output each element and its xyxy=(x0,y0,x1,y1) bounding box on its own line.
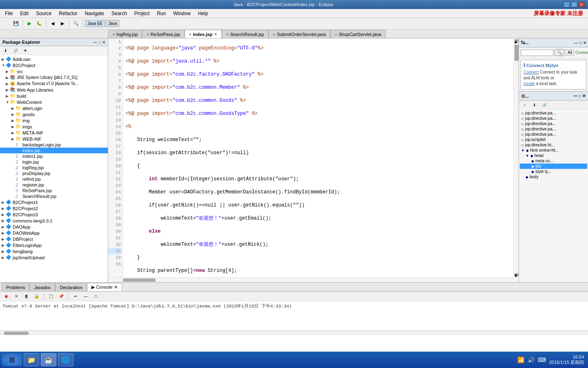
menu-edit[interactable]: Edit xyxy=(17,10,32,17)
tab-shopcart[interactable]: ● ShopCartServlet.java xyxy=(330,30,385,38)
debug-button[interactable]: 🐛 xyxy=(35,19,44,28)
outline-directive-3[interactable]: ◇ jsp:directive.pa... xyxy=(520,121,587,126)
tree-webcontent[interactable]: ▼ 📁 WebContent xyxy=(0,99,108,105)
rp-tab-tasks[interactable]: Ta... xyxy=(521,40,528,45)
tab-index-jsp[interactable]: ● index.jsp ✕ xyxy=(185,30,222,38)
pe-maximize[interactable]: □ xyxy=(98,40,101,45)
rp-minimize[interactable]: — xyxy=(574,40,578,45)
outline-link[interactable]: 🔗 xyxy=(540,101,549,110)
tree-webapplib[interactable]: ▶ 📚 Web App Libraries xyxy=(0,87,108,93)
tree-hengbang[interactable]: ▶ 🔷 hengbang xyxy=(0,248,108,254)
rp-find-input[interactable] xyxy=(521,49,553,56)
console-scroll-lock[interactable]: 🔒 xyxy=(32,292,41,301)
outline-meta[interactable]: ◆ meta co... xyxy=(520,158,587,164)
run-button[interactable]: ▶ xyxy=(25,19,34,28)
tree-prodisplay-jsp[interactable]: ▶ J proDisplay.jsp xyxy=(0,171,108,176)
editor-h-scrollbar[interactable] xyxy=(108,277,519,282)
menu-search[interactable]: Search xyxy=(108,10,130,17)
tree-b2cproject2[interactable]: ▶ 🔷 B2CProject2 xyxy=(0,205,108,211)
perspective-java2[interactable]: Java xyxy=(106,20,119,27)
mylyn-connect-link[interactable]: Connect xyxy=(523,70,539,74)
taskbar-browser[interactable]: 🌐 xyxy=(58,353,74,366)
tree-backstagelogin[interactable]: ▶ J backstageLogin.jsp xyxy=(0,142,108,148)
code-content[interactable]: <%@ page language="java" pageEncoding="U… xyxy=(123,38,514,277)
editor-v-scrollbar[interactable]: ▲ ▼ xyxy=(514,38,519,277)
tree-afterlogin[interactable]: ▶ 📁 afterLogin xyxy=(0,105,108,111)
tree-index-jsp[interactable]: ▶ J index.jsp xyxy=(0,148,108,153)
console-stop2[interactable]: ✕ xyxy=(12,292,21,301)
pe-link-editor[interactable]: 🔗 xyxy=(11,46,20,55)
outline-directive-1[interactable]: ◇ jsp:directive.pa... xyxy=(520,110,587,116)
tab-searchresult[interactable]: ● SearchResult.jsp xyxy=(222,30,269,38)
pe-close[interactable]: ✕ xyxy=(102,40,105,45)
rp-find-button[interactable]: 🔍 xyxy=(555,49,564,56)
code-editor[interactable]: 1 2 3 4 5 6 7 8 9 10 11 12 13 14 15 16 1 xyxy=(108,38,519,277)
tree-commons[interactable]: ▶ 🔷 commons-lang3-3.1 xyxy=(0,218,108,224)
outline-head[interactable]: ▼ ◆ head xyxy=(520,153,587,158)
outline-scriptlet[interactable]: ◇ jsp:scriptlet xyxy=(520,137,587,142)
tab-problems[interactable]: Problems xyxy=(2,283,29,291)
tree-login-jsp[interactable]: ▶ J login.jsp xyxy=(0,159,108,165)
mylyn-create-link[interactable]: create xyxy=(523,81,535,86)
perspective-java[interactable]: Java EE xyxy=(85,20,105,27)
taskbar-file-explorer[interactable]: 📁 xyxy=(24,353,39,366)
tree-searchresult-jsp[interactable]: ▶ J SearchResult.jsp xyxy=(0,193,108,199)
new-button[interactable]: 📄 xyxy=(2,19,11,28)
tree-index1-jsp[interactable]: ▶ J index1.jsp xyxy=(0,153,108,159)
taskbar-eclipse[interactable]: ☕ xyxy=(41,353,56,366)
menu-help[interactable]: Help xyxy=(195,10,212,17)
tree-logreg-jsp[interactable]: ▶ J logReg.jsp xyxy=(0,165,108,171)
tree-daowebapp[interactable]: ▶ 🔷 DAOWebApp xyxy=(0,230,108,236)
tab-logreg[interactable]: ● logReg.jsp xyxy=(108,30,142,38)
menu-navigate[interactable]: Navigate xyxy=(81,10,107,17)
maximize-button[interactable]: □ xyxy=(571,2,577,7)
tree-tomcat[interactable]: ▶ 🐱 Apache Tomcat v7.0 [Apache To... xyxy=(0,81,108,87)
tab-resetpass[interactable]: ● ReSetPass.jsp xyxy=(142,30,185,38)
pe-view-menu[interactable]: ▼ xyxy=(21,46,30,55)
console-stop[interactable]: ■ xyxy=(2,292,11,301)
tree-meta-inf[interactable]: ▶ 📁 META-INF xyxy=(0,130,108,136)
outline-title[interactable]: ◆ title xyxy=(520,164,587,169)
menu-file[interactable]: File xyxy=(2,10,16,17)
tree-web-inf[interactable]: ▶ 📁 WEB-INF xyxy=(0,136,108,142)
outline-directive-5[interactable]: ◇ jsp:directive.pa... xyxy=(520,132,587,137)
tree-resetpass-jsp[interactable]: ▶ J ReSetPass.jsp xyxy=(0,188,108,193)
menu-window[interactable]: Window xyxy=(170,10,194,17)
console-minimize[interactable]: — xyxy=(81,292,90,301)
tree-img[interactable]: ▶ 📁 img xyxy=(0,117,108,123)
menu-run[interactable]: Run xyxy=(154,10,169,17)
search-button[interactable]: 🔍 xyxy=(71,19,80,28)
tree-b2cproject1[interactable]: ▶ 🔷 B2CProject1 xyxy=(0,199,108,205)
outline-directive-2[interactable]: ◇ jsp:directive.pa... xyxy=(520,116,587,121)
tab-submitorder[interactable]: ● SubmitOrderServlet.java xyxy=(269,30,330,38)
minimize-button[interactable]: _ xyxy=(564,2,570,7)
pe-minimize[interactable]: — xyxy=(93,40,97,45)
tree-jspsmartupload[interactable]: ▶ 🔷 jspSmartUpload xyxy=(0,254,108,260)
tree-jre[interactable]: ▶ 📚 JRE System Library [jdk1.7.0_51] xyxy=(0,74,108,81)
outline-sort[interactable]: ↕ xyxy=(520,101,529,110)
tab-javadoc[interactable]: Javadoc xyxy=(29,283,55,291)
rp-close[interactable]: ✕ xyxy=(583,40,586,45)
outline-minimize[interactable]: — xyxy=(573,94,577,98)
window-controls[interactable]: _ □ ✕ xyxy=(564,2,585,7)
menu-project[interactable]: Project xyxy=(131,10,153,17)
close-tab-index[interactable]: ✕ xyxy=(214,32,217,36)
outline-directive-4[interactable]: ◇ jsp:directive.pa... xyxy=(520,126,587,132)
tree-dbproject[interactable]: ▶ 🔷 DBProject xyxy=(0,236,108,242)
back-button[interactable]: ◀ xyxy=(48,19,57,28)
rp-all-button[interactable]: All xyxy=(566,49,574,56)
tree-register-jsp[interactable]: ▶ J register.jsp xyxy=(0,182,108,188)
outline-directive-html[interactable]: ◇ jsp:directive.ht... xyxy=(520,142,587,148)
save-button[interactable]: 💾 xyxy=(11,19,20,28)
outline-maximize[interactable]: □ xyxy=(579,94,581,98)
menu-source[interactable]: Source xyxy=(33,10,55,17)
forward-button[interactable]: ▶ xyxy=(58,19,67,28)
console-clear[interactable]: 🗑 xyxy=(22,292,31,301)
outline-html[interactable]: ▼ ◆ html xmlns=ht... xyxy=(520,148,587,153)
pe-collapse-all[interactable]: ⬇ xyxy=(1,46,10,55)
tab-console[interactable]: ▶ Console ✕ xyxy=(87,283,122,291)
tree-imgs[interactable]: ▶ 📁 imgs xyxy=(0,123,108,130)
close-button[interactable]: ✕ xyxy=(578,2,585,7)
outline-body[interactable]: ◆ body xyxy=(520,174,587,180)
rp-maximize[interactable]: □ xyxy=(579,40,582,45)
